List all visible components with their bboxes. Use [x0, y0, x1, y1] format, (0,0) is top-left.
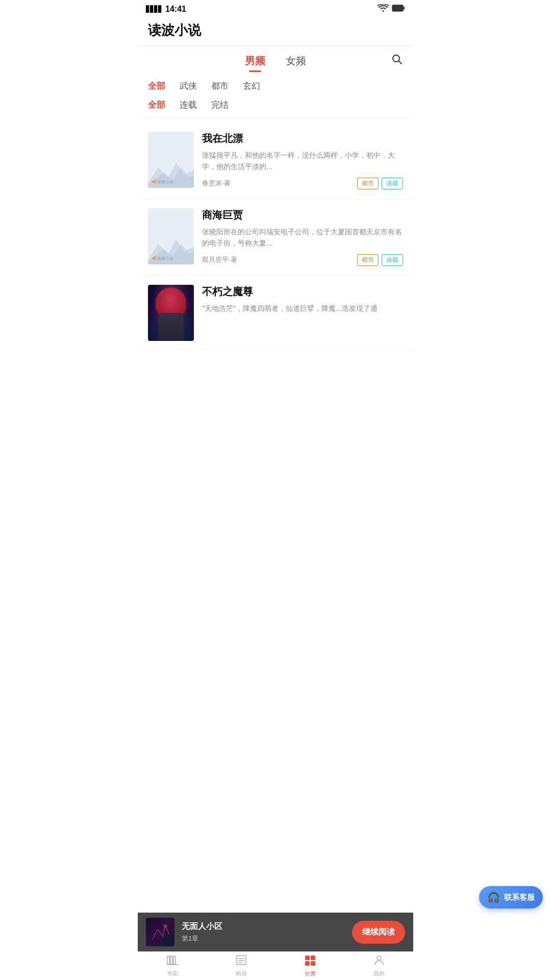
book-author-2: 双月庆平·著 — [202, 255, 237, 264]
category-filter-row: 全部 武侠 都市 玄幻 — [148, 80, 403, 92]
category-fantasy[interactable]: 玄幻 — [243, 80, 260, 92]
cover-arrow-1: ◀ 读波小说 — [151, 178, 173, 185]
category-city[interactable]: 都市 — [211, 80, 229, 92]
status-all[interactable]: 全部 — [148, 99, 165, 111]
wifi-icon — [378, 4, 389, 14]
book-title-1: 我在北漂 — [202, 132, 403, 145]
list-item[interactable]: 不朽之魔尊 "天地浩茫"，降魔四萌者，仙道巨擘，降魔...浩发现了通 — [138, 276, 413, 351]
book-meta-2: 双月庆平·著 都市 连载 — [202, 254, 403, 266]
status-ongoing[interactable]: 连载 — [180, 99, 197, 111]
book-desc-1: 张猛很平凡，和他的名字一样，没什么两样，小学，初中，大学，他的生活平淡的... — [202, 150, 403, 173]
book-info-2: 商海巨贾 张晓阳所在的公司叫瑞安电子公司，位于大夏国首都天京市有名的电子街，号称… — [202, 208, 403, 266]
tab-male[interactable]: 男频 — [245, 54, 265, 72]
top-tabs: 男频 女频 — [138, 46, 413, 72]
filter-section: 全部 武侠 都市 玄幻 全部 连载 完结 — [138, 72, 413, 111]
status-bar: ▋▋▋▋ 14:41 — [138, 0, 413, 16]
tag-serial-1: 连载 — [382, 178, 403, 189]
signal-icon: ▋▋▋▋ — [146, 6, 162, 13]
book-desc-3: "天地浩茫"，降魔四萌者，仙道巨擘，降魔...浩发现了通 — [202, 303, 403, 341]
book-title-3: 不朽之魔尊 — [202, 285, 403, 299]
cover3-body — [158, 313, 184, 341]
book-info-3: 不朽之魔尊 "天地浩茫"，降魔四萌者，仙道巨擘，降魔...浩发现了通 — [202, 285, 403, 341]
search-button[interactable] — [391, 53, 403, 68]
book-desc-2: 张晓阳所在的公司叫瑞安电子公司，位于大夏国首都天京市有名的电子街，号称大夏... — [202, 226, 403, 249]
status-right — [378, 4, 405, 14]
tag-city-2: 都市 — [357, 254, 379, 266]
cover-arrow-2: ◀ 读波小说 — [151, 254, 173, 261]
book-title-2: 商海巨贾 — [202, 208, 403, 222]
category-all[interactable]: 全部 — [148, 80, 165, 92]
book-cover-1: ◀ 读波小说 — [148, 132, 194, 188]
book-author-1: 春意浓·著 — [202, 179, 231, 188]
battery-icon — [392, 5, 405, 14]
tab-female[interactable]: 女频 — [286, 54, 306, 72]
book-list: ◀ 读波小说 我在北漂 张猛很平凡，和他的名字一样，没什么两样，小学，初中，大学… — [138, 122, 413, 351]
book-info-1: 我在北漂 张猛很平凡，和他的名字一样，没什么两样，小学，初中，大学，他的生活平淡… — [202, 132, 403, 189]
book-cover-3 — [148, 285, 194, 341]
status-left: ▋▋▋▋ 14:41 — [146, 5, 186, 14]
list-item[interactable]: ◀ 读波小说 我在北漂 张猛很平凡，和他的名字一样，没什么两样，小学，初中，大学… — [138, 122, 413, 199]
time-display: 14:41 — [165, 5, 186, 14]
status-filter-row: 全部 连载 完结 — [148, 99, 403, 111]
divider-1 — [138, 118, 413, 118]
svg-rect-1 — [404, 7, 405, 10]
svg-line-3 — [399, 61, 402, 64]
status-finished[interactable]: 完结 — [211, 99, 229, 111]
book-cover-2: ◀ 读波小说 — [148, 208, 194, 264]
list-item[interactable]: ◀ 读波小说 商海巨贾 张晓阳所在的公司叫瑞安电子公司，位于大夏国首都天京市有名… — [138, 199, 413, 276]
category-wuxia[interactable]: 武侠 — [180, 80, 197, 92]
book-tags-2: 都市 连载 — [357, 254, 403, 266]
book-tags-1: 都市 连载 — [357, 178, 403, 189]
book-meta-1: 春意浓·著 都市 连载 — [202, 178, 403, 189]
svg-rect-0 — [392, 5, 403, 11]
tag-serial-2: 连载 — [382, 254, 403, 266]
app-title: 读波小说 — [138, 16, 413, 46]
tag-city-1: 都市 — [357, 178, 379, 189]
